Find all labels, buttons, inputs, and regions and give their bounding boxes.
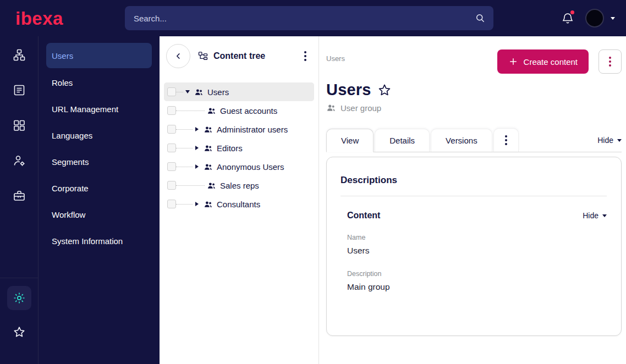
rail-item-admin-settings[interactable] [7, 286, 31, 310]
tree-checkbox[interactable] [167, 144, 176, 152]
rail-item-tools[interactable] [7, 184, 31, 208]
user-group-icon [326, 103, 336, 113]
ibexa-logo[interactable]: ibexa [15, 9, 63, 27]
caret-down-icon [602, 214, 607, 217]
global-search[interactable] [125, 6, 493, 30]
tab-versions[interactable]: Versions [431, 129, 492, 152]
kebab-icon [505, 135, 507, 145]
user-group-icon [204, 162, 213, 172]
sidebar-item-url-management[interactable]: URL Management [39, 96, 160, 122]
user-menu-caret-icon[interactable] [611, 17, 615, 20]
tree-connector [176, 148, 193, 148]
tree-item-guest-accounts[interactable]: Guest accounts [164, 101, 314, 120]
tree-item-label: Anonymous Users [217, 162, 284, 172]
sidebar-item-label: Segments [52, 157, 89, 167]
hide-tabs-toggle[interactable]: Hide [597, 136, 622, 152]
sidebar-item-label: Users [52, 51, 73, 60]
sidebar-item-languages[interactable]: Languages [39, 122, 160, 148]
create-content-button[interactable]: Create content [497, 49, 589, 74]
tree-item-sales-reps[interactable]: Sales reps [164, 176, 314, 195]
tab-view[interactable]: View [326, 129, 374, 152]
sidebar-item-workflow[interactable]: Workflow [39, 201, 160, 228]
rail-item-modules[interactable] [7, 113, 31, 137]
collapse-tree-button[interactable] [166, 44, 190, 68]
tree-options-kebab-icon[interactable] [304, 51, 306, 61]
tree-connector [176, 204, 193, 205]
rail-item-bookmarks[interactable] [7, 320, 31, 344]
tree-item-editors[interactable]: Editors [164, 139, 314, 157]
content-type-label: User group [341, 103, 381, 113]
plus-icon [508, 57, 518, 67]
tab-details[interactable]: Details [375, 129, 430, 152]
tree-item-users[interactable]: Users [164, 82, 314, 101]
user-admin-icon [13, 154, 26, 167]
tree-connector [176, 92, 183, 92]
tree-checkbox[interactable] [167, 181, 176, 190]
content-tree-title: Content tree [213, 51, 265, 61]
breadcrumb[interactable]: Users [326, 54, 345, 63]
sidebar-item-system-information[interactable]: System Information [39, 228, 160, 254]
topbar: ibexa [0, 0, 626, 36]
tree-item-administrator-users[interactable]: Administrator users [164, 120, 314, 139]
descriptions-card: Descriptions Content Hide Name Users [326, 157, 622, 336]
tree-connector [176, 129, 193, 130]
tree-checkbox[interactable] [167, 200, 176, 208]
field-label: Description [347, 270, 607, 278]
field-value: Users [347, 246, 607, 256]
notifications-button[interactable] [561, 12, 574, 25]
search-input[interactable] [134, 14, 475, 23]
content-options-button[interactable] [598, 49, 622, 74]
tree-item-consultants[interactable]: Consultants [164, 195, 314, 213]
user-group-icon [204, 144, 213, 153]
sidebar-item-label: URL Management [52, 104, 118, 114]
hide-section-toggle[interactable]: Hide [583, 211, 607, 220]
rail-bottom-group [0, 278, 38, 364]
sidebar-item-roles[interactable]: Roles [39, 69, 160, 96]
tab-label: Versions [446, 136, 477, 145]
tree-item-label: Users [207, 87, 229, 97]
caret-right-icon[interactable] [193, 202, 201, 206]
create-content-label: Create content [524, 57, 578, 67]
rail-item-users[interactable] [7, 148, 31, 173]
blocks-icon [13, 119, 26, 132]
caret-down-icon[interactable] [183, 90, 192, 93]
tree-connector [176, 167, 193, 167]
content-type-row: User group [326, 103, 622, 113]
caret-right-icon[interactable] [193, 164, 201, 169]
sidebar-item-segments[interactable]: Segments [39, 148, 160, 175]
tree-checkbox[interactable] [167, 162, 176, 171]
rail-item-content-structure[interactable] [7, 43, 31, 67]
tree-checkbox[interactable] [167, 106, 176, 115]
kebab-icon [609, 57, 611, 67]
search-icon[interactable] [475, 13, 486, 24]
tab-more[interactable] [493, 128, 519, 152]
tree-item-anonymous-users[interactable]: Anonymous Users [164, 157, 314, 176]
caret-right-icon[interactable] [193, 146, 201, 150]
tree-checkbox[interactable] [167, 87, 176, 96]
bookmark-star-icon[interactable] [377, 83, 392, 97]
main-header: Users Create content [326, 49, 622, 74]
tree-connector [176, 185, 205, 186]
tree-item-label: Sales reps [220, 181, 259, 190]
tree-checkbox[interactable] [167, 125, 176, 134]
main-content: Users Create content Users User grou [319, 36, 626, 364]
tab-bar: View Details Versions Hide [326, 128, 622, 152]
tab-label: Details [389, 136, 415, 145]
content-list-icon [13, 84, 26, 97]
sidebar-item-users[interactable]: Users [46, 43, 152, 68]
field-description: Description Main group [347, 270, 607, 292]
sidebar-item-label: Corporate [52, 184, 89, 193]
caret-right-icon[interactable] [193, 127, 201, 131]
tree-connector [176, 111, 205, 111]
hide-label: Hide [597, 136, 613, 145]
user-group-icon [207, 181, 216, 190]
content-tree-panel: Content tree Users Guest accounts [160, 36, 319, 364]
sidebar-item-corporate[interactable]: Corporate [39, 175, 160, 201]
user-group-icon [207, 106, 216, 115]
title-row: Users [326, 81, 622, 99]
avatar[interactable] [585, 9, 604, 27]
rail-item-content[interactable] [7, 78, 31, 102]
sidebar-item-label: System Information [52, 236, 123, 246]
admin-sidebar: Users Roles URL Management Languages Seg… [39, 36, 160, 364]
tree-item-label: Administrator users [217, 125, 288, 134]
